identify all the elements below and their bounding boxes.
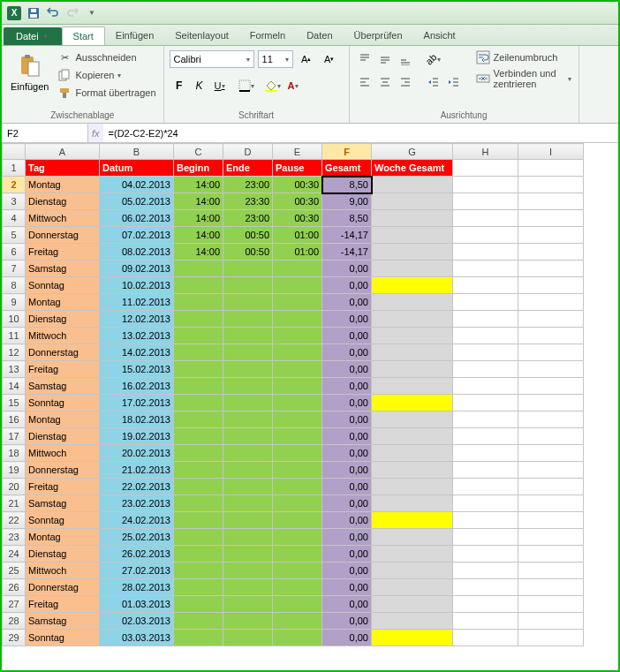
col-header-D[interactable]: D xyxy=(223,144,273,160)
merge-center-button[interactable]: Verbinden und zentrieren▾ xyxy=(474,67,573,90)
cell[interactable] xyxy=(453,579,518,596)
cell-tag[interactable]: Montag xyxy=(26,529,100,546)
cell-tag[interactable]: Sonntag xyxy=(26,630,100,646)
cell-pause[interactable] xyxy=(273,546,322,563)
orientation-icon[interactable]: ab▾ xyxy=(424,49,443,69)
cell-woche[interactable] xyxy=(372,630,453,646)
col-header-B[interactable]: B xyxy=(100,144,174,160)
cell-pause[interactable]: 00:30 xyxy=(273,210,322,227)
cell-tag[interactable]: Freitag xyxy=(26,479,100,495)
cell[interactable] xyxy=(453,260,518,277)
cell-gesamt[interactable]: 0,00 xyxy=(322,613,372,630)
cell-datum[interactable]: 06.02.2013 xyxy=(100,210,174,227)
cell-beginn[interactable] xyxy=(174,344,223,361)
cell-ende[interactable]: 23:00 xyxy=(223,210,273,227)
cell[interactable] xyxy=(453,361,518,378)
cell-gesamt[interactable]: 0,00 xyxy=(322,412,372,428)
cell[interactable] xyxy=(518,244,584,260)
cell-gesamt[interactable]: 8,50 xyxy=(322,177,372,193)
cell[interactable] xyxy=(518,344,584,361)
cell-pause[interactable]: 00:30 xyxy=(273,193,322,210)
header-cell[interactable]: Ende xyxy=(223,160,273,177)
undo-icon[interactable] xyxy=(44,4,62,22)
cell-gesamt[interactable]: 0,00 xyxy=(322,378,372,395)
cell-ende[interactable] xyxy=(223,479,273,495)
cell-pause[interactable] xyxy=(273,462,322,479)
cell-beginn[interactable] xyxy=(174,563,223,579)
cell[interactable] xyxy=(453,412,518,428)
cell[interactable] xyxy=(453,613,518,630)
cell-pause[interactable] xyxy=(273,311,322,328)
cell-woche[interactable] xyxy=(372,479,453,495)
cell-ende[interactable] xyxy=(223,563,273,579)
spreadsheet-grid[interactable]: ABCDEFGHI1TagDatumBeginnEndePauseGesamtW… xyxy=(2,143,618,671)
cell-ende[interactable] xyxy=(223,378,273,395)
cell-tag[interactable]: Donnerstag xyxy=(26,579,100,596)
cell-woche[interactable] xyxy=(372,177,453,193)
cell-datum[interactable]: 14.02.2013 xyxy=(100,344,174,361)
increase-indent-icon[interactable] xyxy=(444,72,464,92)
cell-datum[interactable]: 03.03.2013 xyxy=(100,630,174,646)
cell[interactable] xyxy=(453,344,518,361)
cell[interactable] xyxy=(518,311,584,328)
cell-beginn[interactable] xyxy=(174,328,223,344)
row-header-22[interactable]: 22 xyxy=(3,512,26,529)
cell-datum[interactable]: 15.02.2013 xyxy=(100,361,174,378)
row-header-17[interactable]: 17 xyxy=(3,428,26,445)
row-header-23[interactable]: 23 xyxy=(3,529,26,546)
cell-woche[interactable] xyxy=(372,193,453,210)
cell-pause[interactable]: 01:00 xyxy=(273,244,322,260)
cell-datum[interactable]: 02.03.2013 xyxy=(100,613,174,630)
cell-gesamt[interactable]: 0,00 xyxy=(322,479,372,495)
cell-tag[interactable]: Montag xyxy=(26,177,100,193)
cell-ende[interactable]: 23:30 xyxy=(223,193,273,210)
cell-beginn[interactable] xyxy=(174,546,223,563)
copy-button[interactable]: Kopieren▾ xyxy=(56,67,157,83)
cell-gesamt[interactable]: 8,50 xyxy=(322,210,372,227)
cell-beginn[interactable]: 14:00 xyxy=(174,177,223,193)
format-painter-button[interactable]: Format übertragen xyxy=(56,85,157,101)
row-header-5[interactable]: 5 xyxy=(3,227,26,244)
cell[interactable] xyxy=(518,495,584,512)
cell-ende[interactable] xyxy=(223,462,273,479)
cell-datum[interactable]: 19.02.2013 xyxy=(100,428,174,445)
cell[interactable] xyxy=(518,395,584,412)
cell-datum[interactable]: 07.02.2013 xyxy=(100,227,174,244)
cell-tag[interactable]: Mittwoch xyxy=(26,328,100,344)
cell-woche[interactable] xyxy=(372,596,453,613)
cell-beginn[interactable] xyxy=(174,361,223,378)
row-header-26[interactable]: 26 xyxy=(3,579,26,596)
cell[interactable] xyxy=(518,193,584,210)
align-top-icon[interactable] xyxy=(355,49,374,69)
font-color-button[interactable]: A▾ xyxy=(284,76,303,95)
cell-pause[interactable] xyxy=(273,630,322,646)
row-header-11[interactable]: 11 xyxy=(3,328,26,344)
cell-gesamt[interactable]: 0,00 xyxy=(322,495,372,512)
cell[interactable] xyxy=(453,311,518,328)
row-header-27[interactable]: 27 xyxy=(3,596,26,613)
select-all-corner[interactable] xyxy=(3,144,26,160)
cell-datum[interactable]: 26.02.2013 xyxy=(100,546,174,563)
cell-tag[interactable]: Dienstag xyxy=(26,428,100,445)
header-cell[interactable]: Gesamt xyxy=(322,160,372,177)
cell-datum[interactable]: 04.02.2013 xyxy=(100,177,174,193)
cell-ende[interactable] xyxy=(223,328,273,344)
cell-gesamt[interactable]: -14,17 xyxy=(322,244,372,260)
row-header-19[interactable]: 19 xyxy=(3,462,26,479)
cell-woche[interactable] xyxy=(372,378,453,395)
row-header-8[interactable]: 8 xyxy=(3,277,26,294)
cell-pause[interactable]: 01:00 xyxy=(273,227,322,244)
cell-ende[interactable] xyxy=(223,529,273,546)
row-header-4[interactable]: 4 xyxy=(3,210,26,227)
cell-gesamt[interactable]: 0,00 xyxy=(322,563,372,579)
cell-gesamt[interactable]: 0,00 xyxy=(322,361,372,378)
cell-ende[interactable] xyxy=(223,361,273,378)
cell-woche[interactable] xyxy=(372,495,453,512)
cell-woche[interactable] xyxy=(372,361,453,378)
cell-beginn[interactable]: 14:00 xyxy=(174,210,223,227)
cell-gesamt[interactable]: 0,00 xyxy=(322,630,372,646)
cell[interactable] xyxy=(518,177,584,193)
cell-pause[interactable] xyxy=(273,378,322,395)
row-header-2[interactable]: 2 xyxy=(3,177,26,193)
cell-pause[interactable] xyxy=(273,563,322,579)
